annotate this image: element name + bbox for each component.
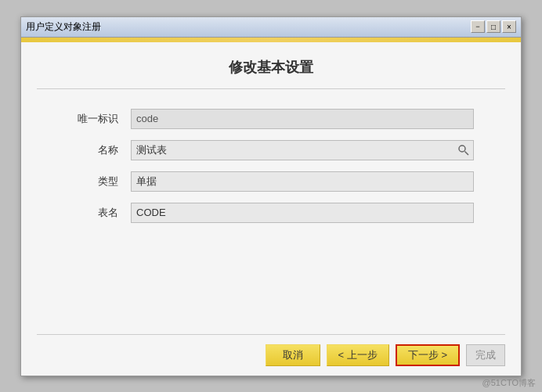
input-wrapper-type: [131, 171, 474, 192]
window-content: 修改基本设置 唯一标识 名称: [21, 38, 521, 376]
label-table-name: 表名: [68, 206, 131, 220]
main-window: 用户定义对象注册 － □ × 修改基本设置 唯一标识: [20, 16, 522, 376]
form-area: 唯一标识 名称: [21, 89, 521, 334]
input-table-name[interactable]: [131, 203, 474, 223]
next-button[interactable]: 下一步 >: [396, 344, 460, 366]
footer-area: 取消 < 上一步 下一步 > 完成: [21, 335, 521, 376]
label-unique-id: 唯一标识: [68, 112, 131, 126]
cancel-button[interactable]: 取消: [266, 344, 320, 366]
form-row-name: 名称: [68, 140, 474, 160]
label-name: 名称: [68, 143, 131, 157]
form-row-unique-id: 唯一标识: [68, 109, 474, 129]
page-title: 修改基本设置: [21, 58, 521, 77]
complete-button[interactable]: 完成: [466, 344, 505, 366]
watermark: @51CTO博客: [482, 377, 536, 389]
name-lookup-icon[interactable]: [457, 143, 471, 157]
minimize-button[interactable]: －: [471, 20, 485, 33]
svg-point-0: [459, 146, 465, 152]
prev-button[interactable]: < 上一步: [327, 344, 389, 366]
input-wrapper-name: [131, 140, 474, 160]
input-unique-id[interactable]: [131, 109, 474, 129]
label-type: 类型: [68, 174, 131, 189]
svg-line-1: [465, 151, 469, 155]
input-type[interactable]: [131, 171, 474, 192]
window-title: 用户定义对象注册: [26, 20, 101, 34]
input-wrapper-table-name: [131, 203, 474, 223]
title-bar-buttons: － □ ×: [471, 20, 516, 33]
title-bar: 用户定义对象注册 － □ ×: [21, 17, 521, 38]
close-button[interactable]: ×: [502, 20, 516, 33]
input-wrapper-unique-id: [131, 109, 474, 129]
form-row-table-name: 表名: [68, 203, 474, 223]
page-title-area: 修改基本设置: [21, 42, 521, 88]
maximize-button[interactable]: □: [486, 20, 500, 33]
form-row-type: 类型: [68, 171, 474, 192]
input-name[interactable]: [131, 140, 474, 160]
